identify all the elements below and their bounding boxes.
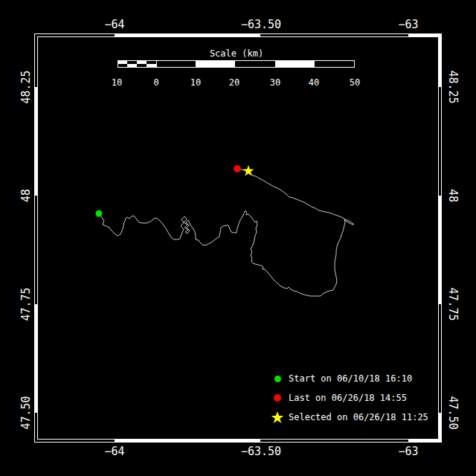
axis-label-bottom: −63 [398,445,418,458]
legend-row-last: Last on 06/26/18 14:55 [271,391,407,405]
axis-label-right: 47.75 [446,287,460,321]
axis-label-top: −63 [398,18,418,31]
scalebar-title: Scale (km) [210,48,263,59]
scalebar-tick-label: 10 [112,77,122,88]
map-canvas[interactable] [0,0,476,476]
frame-tick-segment [439,36,442,87]
start-marker[interactable] [96,210,103,217]
last-marker[interactable] [234,165,241,173]
axis-label-top: −64 [104,18,124,31]
scalebar-tick-label: 30 [270,77,280,88]
frame-tick-segment [115,440,260,443]
scalebar-filled-segment [275,61,314,67]
scalebar-tick-label: 10 [190,77,201,88]
frame-tick-segment [439,413,442,440]
axis-label-left: 47.50 [19,396,33,429]
scalebar-tick-label: 40 [309,77,319,88]
axis-label-bottom: −64 [104,445,124,458]
frame-tick-segment [439,196,442,304]
frame-tick-segment [408,440,442,443]
last-marker-icon [271,394,284,402]
axis-label-right: 48.25 [446,70,460,103]
scalebar-tick-label: 20 [229,77,239,88]
scalebar-subcell [137,61,147,64]
axis-label-left: 47.75 [19,287,33,321]
legend-row-start: Start on 06/10/18 16:10 [271,372,412,385]
legend-selected-label: Selected on 06/26/18 11:25 [289,412,428,422]
scalebar-subcell [118,61,127,64]
frame-tick-segment [34,304,37,413]
axis-label-left: 48 [19,189,33,202]
frame-tick-segment [115,33,260,36]
frame-tick-segment [408,33,442,36]
legend-row-selected: Selected on 06/26/18 11:25 [271,411,428,424]
track-path[interactable] [99,169,354,296]
legend-start-label: Start on 06/10/18 16:10 [289,373,412,384]
axis-label-right: 47.50 [446,396,460,429]
selected-marker[interactable] [242,165,254,176]
selected-marker-icon [271,411,284,423]
scalebar-tick-label: 0 [153,77,158,88]
scalebar-tick-label: 50 [350,77,360,88]
axis-label-left: 48.25 [19,70,33,103]
scalebar-subcell [147,64,156,67]
frame-tick-segment [34,87,37,196]
track-map-window: −64−63.50−63−64−63.50−6348.254847.7547.5… [0,0,476,476]
scalebar-subcell [127,64,137,67]
legend-last-label: Last on 06/26/18 14:55 [289,393,407,403]
start-marker-icon [271,376,284,382]
axis-label-top: −63.50 [241,18,281,31]
scalebar-filled-segment [196,61,234,67]
axis-label-right: 48 [446,189,460,202]
axis-label-bottom: −63.50 [241,445,281,458]
